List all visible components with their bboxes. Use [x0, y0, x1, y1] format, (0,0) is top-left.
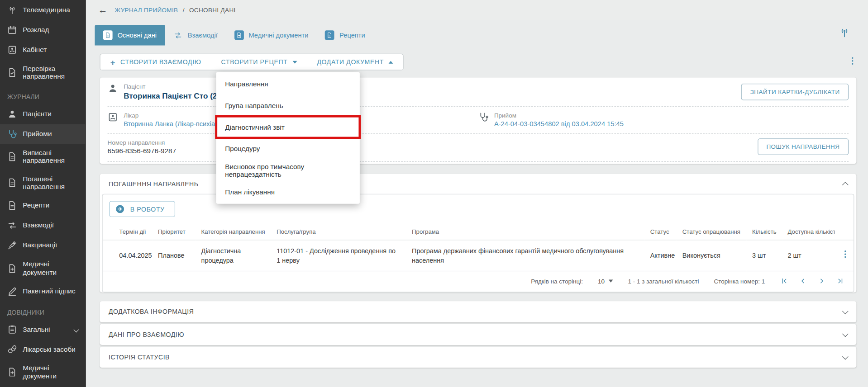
- interactions-icon: [7, 221, 17, 231]
- status-history-section[interactable]: ІСТОРІЯ СТАТУСІВ: [100, 347, 856, 368]
- sidebar-item-general[interactable]: Загальні: [0, 320, 86, 340]
- actions-toolbar: + СТВОРИТИ ВЗАЄМОДІЮ СТВОРИТИ РЕЦЕПТ ДОД…: [100, 54, 404, 71]
- chevron-down-icon: [609, 280, 613, 283]
- column-header: Послуга/група: [271, 222, 406, 240]
- chevron-down-icon: [842, 308, 849, 314]
- topbar: ← ЖУРНАЛ ПРИЙОМІВ / ОСНОВНІ ДАНІ: [86, 0, 868, 20]
- sidebar-item-prescriptions[interactable]: Рецепти: [0, 196, 86, 216]
- sidebar-item-referral-check[interactable]: Перевірка направлення: [0, 60, 86, 85]
- sidebar-section-journals: ЖУРНАЛИ: [0, 86, 86, 104]
- add-document-button[interactable]: ДОДАТИ ДОКУМЕНТ: [307, 54, 403, 70]
- sidebar-item-label: Медичні документи: [23, 364, 81, 380]
- cell-processing-status: Виконується: [677, 240, 746, 271]
- tab-label: Основні дані: [118, 31, 157, 39]
- visit-link[interactable]: А-24-04-03-03454802 від 03.04.2024 15:45: [494, 120, 624, 128]
- create-interaction-button[interactable]: + СТВОРИТИ ВЗАЄМОДІЮ: [100, 54, 211, 70]
- cell-quantity: 3 шт: [747, 240, 782, 271]
- next-page-button[interactable]: [818, 277, 826, 285]
- additional-info-section[interactable]: ДОДАТКОВА ІНФОРМАЦІЯ: [100, 301, 856, 322]
- sidebar-item-interactions[interactable]: Взаємодії: [0, 216, 86, 236]
- redemptions-table: Термін дії Пріоритет Категорія направлен…: [103, 222, 854, 271]
- sidebar-item-label: Вакцинації: [23, 241, 81, 250]
- sidebar-item-telemedicine[interactable]: Телемедицина: [0, 0, 86, 20]
- syringe-icon: [7, 241, 17, 250]
- create-prescription-label: СТВОРИТИ РЕЦЕПТ: [221, 59, 288, 66]
- sidebar-item-appointments[interactable]: Прийоми: [0, 124, 86, 144]
- find-duplicate-cards-button[interactable]: ЗНАЙТИ КАРТКИ-ДУБЛІКАТИ: [741, 83, 849, 100]
- referral-redemptions-section: ПОГАШЕННЯ НАПРАВЛЕНЬ В РОБОТУ: [100, 174, 856, 293]
- referral-number-value: 6596-8356-6976-9287: [108, 147, 176, 155]
- tab-prescriptions[interactable]: Рецепти: [317, 25, 373, 45]
- interaction-data-section[interactable]: ДАНІ ПРО ВЗАЄМОДІЮ: [100, 324, 856, 345]
- tab-label: Взаємодії: [188, 31, 218, 39]
- to-work-button[interactable]: В РОБОТУ: [109, 201, 175, 217]
- add-document-menu: Направлення Група направлень Діагностичн…: [216, 72, 360, 204]
- cell-status: Активне: [644, 240, 677, 271]
- sidebar: Телемедицина Розклад Кабінет Перевірка н…: [0, 0, 86, 387]
- sidebar-item-issued-referrals[interactable]: Виписані направлення: [0, 144, 86, 170]
- sidebar-item-schedule[interactable]: Розклад: [0, 20, 86, 40]
- sidebar-item-redeemed-referrals[interactable]: Погашені направлення: [0, 170, 86, 195]
- cell-priority: Планове: [153, 240, 196, 271]
- sidebar-item-medical-documents-directory[interactable]: Медичні документи: [0, 359, 86, 385]
- menu-item-treatment-plan[interactable]: План лікування: [216, 181, 360, 203]
- patient-name[interactable]: Вторинка Пацієнт Сто (28 р: [124, 91, 228, 100]
- main-content: ← ЖУРНАЛ ПРИЙОМІВ / ОСНОВНІ ДАНІ Основні…: [86, 0, 868, 387]
- column-header: Програма: [406, 222, 645, 240]
- search-referral-button[interactable]: ПОШУК НАПРАВЛЕННЯ: [758, 138, 849, 155]
- section-title: ПОГАШЕННЯ НАПРАВЛЕНЬ: [109, 180, 198, 187]
- document-plus-icon: [234, 30, 244, 40]
- table-header-row: Термін дії Пріоритет Категорія направлен…: [103, 222, 854, 240]
- column-header: Пріоритет: [153, 222, 196, 240]
- tab-interactions[interactable]: Взаємодії: [165, 25, 226, 45]
- sidebar-item-label: Прийоми: [23, 130, 81, 138]
- sidebar-item-patients[interactable]: Пацієнти: [0, 104, 86, 124]
- doctor-icon: [108, 112, 118, 124]
- menu-item-disability-conclusion[interactable]: Висновок про тимчасову непрацездатність: [216, 160, 360, 181]
- first-page-button[interactable]: [780, 277, 788, 285]
- table-row[interactable]: 04.04.2025 Планове Діагностична процедур…: [103, 240, 854, 271]
- interactions-icon: [173, 30, 183, 40]
- sidebar-item-label: Погашені направлення: [23, 175, 81, 190]
- sidebar-item-cabinet[interactable]: Кабінет: [0, 40, 86, 60]
- more-options-button[interactable]: [848, 56, 858, 68]
- tab-main-data[interactable]: Основні дані: [95, 25, 165, 45]
- medical-documents-icon: [7, 264, 17, 274]
- sidebar-item-label: Лікарські засоби: [23, 345, 81, 354]
- sidebar-item-label: Розклад: [23, 26, 81, 34]
- sidebar-item-batch-signature[interactable]: Пакетний підпис: [0, 281, 86, 301]
- section-title: ДОДАТКОВА ІНФОРМАЦІЯ: [109, 308, 194, 315]
- create-prescription-button[interactable]: СТВОРИТИ РЕЦЕПТ: [211, 54, 307, 70]
- rows-per-page-select[interactable]: 10: [598, 278, 613, 284]
- sidebar-item-medical-documents[interactable]: Медичні документи: [0, 255, 86, 281]
- clipboard-icon: [7, 325, 17, 335]
- patient-card: Пацієнт Вторинка Пацієнт Сто (28 р ЗНАЙТ…: [100, 77, 856, 164]
- redeemed-referrals-icon: [7, 178, 17, 188]
- referral-check-icon: [7, 68, 17, 78]
- sidebar-item-medicines[interactable]: Лікарські засоби: [0, 340, 86, 359]
- signal-tower-icon[interactable]: [839, 27, 850, 41]
- menu-item-referral[interactable]: Направлення: [216, 73, 360, 95]
- referral-redemptions-header[interactable]: ПОГАШЕННЯ НАПРАВЛЕНЬ: [100, 174, 856, 193]
- previous-page-button[interactable]: [799, 277, 807, 285]
- sidebar-item-vaccinations[interactable]: Вакцинації: [0, 236, 86, 255]
- referral-number-label: Номер направлення: [108, 139, 176, 146]
- last-page-button[interactable]: [836, 277, 844, 285]
- menu-item-procedure[interactable]: Процедуру: [216, 138, 360, 160]
- menu-item-referral-group[interactable]: Група направлень: [216, 94, 360, 116]
- tab-medical-documents[interactable]: Медичні документи: [226, 25, 317, 45]
- telemedicine-icon: [7, 5, 17, 15]
- issued-referrals-icon: [7, 152, 17, 162]
- doctor-link[interactable]: Вторинна Ланка (Лікар-психіатр): [124, 120, 224, 128]
- sidebar-item-label: Кабінет: [23, 46, 81, 54]
- row-more-options-button[interactable]: [835, 240, 854, 271]
- breadcrumb: ЖУРНАЛ ПРИЙОМІВ / ОСНОВНІ ДАНІ: [115, 7, 236, 14]
- sidebar-item-label: Медичні документи: [23, 260, 81, 276]
- breadcrumb-journal-link[interactable]: ЖУРНАЛ ПРИЙОМІВ: [115, 7, 178, 14]
- back-button[interactable]: ←: [98, 5, 108, 15]
- stethoscope-icon: [7, 129, 17, 139]
- chevron-down-icon: [73, 327, 79, 332]
- menu-item-diagnostic-report[interactable]: Діагностичний звіт: [216, 116, 360, 138]
- calendar-icon: [7, 25, 17, 35]
- doctor-label: Лікар: [124, 112, 224, 118]
